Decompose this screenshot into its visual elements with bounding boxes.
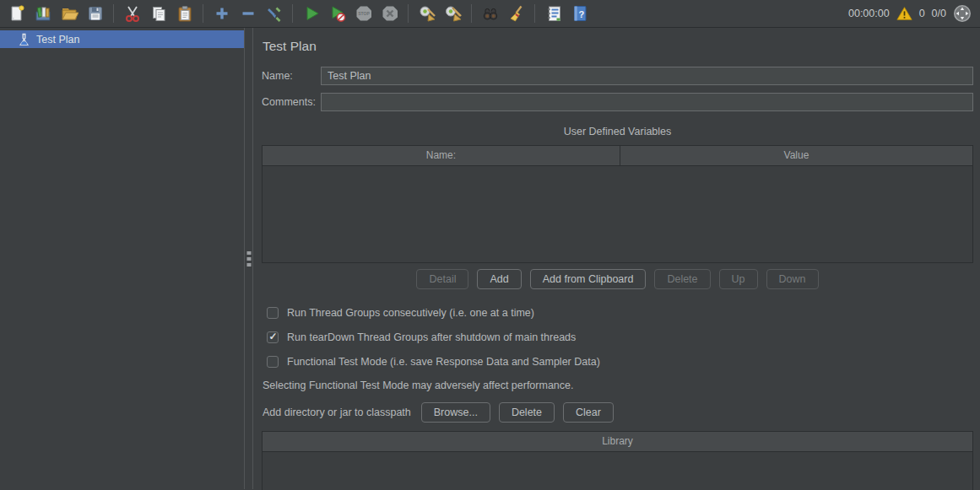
splitter-grip-icon[interactable] (246, 251, 251, 267)
sidebar-splitter[interactable] (244, 28, 253, 489)
page-title: Test Plan (263, 39, 973, 54)
name-input[interactable] (321, 67, 973, 85)
compass-icon[interactable] (953, 4, 972, 23)
classpath-row: Add directory or jar to classpath Browse… (263, 402, 973, 423)
classpath-delete-button[interactable]: Delete (499, 402, 555, 423)
udv-button-row: Detail Add Add from Clipboard Delete Up … (262, 269, 973, 289)
name-field-row: Name: (262, 67, 973, 85)
library-header: Library (263, 432, 972, 452)
stop-icon: STOP (352, 3, 375, 24)
toolbar-separator (292, 4, 293, 23)
test-plan-tree: Test Plan (0, 28, 244, 489)
error-count: 0 (919, 8, 925, 19)
toolbar-separator (203, 4, 203, 23)
toolbar-separator (471, 4, 472, 23)
clear-icon[interactable] (415, 3, 438, 24)
start-icon[interactable] (300, 3, 322, 24)
udv-table-body[interactable] (263, 166, 972, 262)
new-file-icon[interactable] (5, 3, 28, 24)
shutdown-icon (378, 3, 401, 24)
cut-icon[interactable] (121, 3, 143, 24)
run-teardown-checkbox[interactable] (267, 331, 279, 343)
reset-search-icon[interactable] (505, 3, 528, 24)
udv-table: Name: Value (262, 145, 973, 263)
active-threads: 0/0 (932, 8, 946, 19)
templates-icon[interactable] (31, 3, 54, 24)
add-from-clipboard-button[interactable]: Add from Clipboard (530, 269, 647, 289)
add-button[interactable]: Add (477, 269, 521, 289)
test-plan-panel: Test Plan Name: Comments: User Defined V… (253, 28, 980, 489)
option-run-teardown[interactable]: Run tearDown Thread Groups after shutdow… (267, 331, 973, 343)
svg-text:?: ? (578, 9, 584, 19)
library-table: Library (262, 431, 973, 490)
option-run-consecutively[interactable]: Run Thread Groups consecutively (i.e. on… (267, 306, 973, 319)
up-button[interactable]: Up (719, 269, 758, 289)
copy-icon[interactable] (147, 3, 170, 24)
tree-node-test-plan[interactable]: Test Plan (0, 30, 244, 48)
functional-mode-checkbox[interactable] (267, 356, 279, 368)
classpath-label: Add directory or jar to classpath (263, 407, 411, 418)
comments-label: Comments: (262, 96, 321, 108)
browse-button[interactable]: Browse... (421, 402, 490, 423)
udv-column-value[interactable]: Value (620, 146, 972, 165)
open-file-icon[interactable] (57, 3, 80, 24)
warning-icon[interactable] (896, 6, 912, 21)
test-plan-flask-icon (18, 33, 30, 46)
content-area: Test Plan Test Plan Name: Comments: User… (0, 28, 980, 489)
main-toolbar: STOP ? 00:00:00 0 0/0 (0, 0, 980, 28)
comments-input[interactable] (321, 93, 973, 111)
toolbar-separator (113, 4, 114, 23)
udv-table-header: Name: Value (263, 146, 972, 166)
down-button[interactable]: Down (766, 269, 819, 289)
option-label: Run tearDown Thread Groups after shutdow… (287, 331, 576, 343)
toggle-elements-icon[interactable] (263, 3, 285, 24)
comments-field-row: Comments: (262, 93, 973, 111)
clear-all-icon[interactable] (441, 3, 464, 24)
start-no-pauses-icon[interactable] (326, 3, 349, 24)
zoom-in-icon[interactable] (210, 3, 233, 24)
option-functional-mode[interactable]: Functional Test Mode (i.e. save Response… (267, 355, 973, 368)
zoom-out-icon[interactable] (236, 3, 259, 24)
toolbar-separator (534, 4, 535, 23)
paste-icon[interactable] (173, 3, 196, 24)
option-label: Functional Test Mode (i.e. save Response… (287, 356, 600, 368)
run-options: Run Thread Groups consecutively (i.e. on… (267, 306, 973, 368)
udv-title: User Defined Variables (262, 126, 973, 137)
save-icon[interactable] (84, 3, 106, 24)
tree-node-label: Test Plan (36, 34, 79, 46)
library-table-body[interactable] (263, 452, 972, 490)
elapsed-time: 00:00:00 (848, 8, 890, 19)
help-icon[interactable]: ? (568, 3, 591, 24)
classpath-clear-button[interactable]: Clear (563, 402, 614, 423)
search-icon[interactable] (479, 3, 501, 24)
detail-button[interactable]: Detail (416, 269, 468, 289)
delete-button[interactable]: Delete (654, 269, 710, 289)
option-label: Run Thread Groups consecutively (i.e. on… (287, 307, 534, 319)
toolbar-status-area: 00:00:00 0 0/0 (848, 4, 972, 23)
run-consecutively-checkbox[interactable] (267, 307, 279, 319)
svg-text:STOP: STOP (358, 11, 370, 16)
functional-mode-note: Selecting Functional Test Mode may adver… (263, 380, 973, 391)
name-label: Name: (262, 70, 321, 82)
toolbar-separator (408, 4, 409, 23)
udv-column-name[interactable]: Name: (263, 146, 620, 165)
function-helper-icon[interactable] (542, 3, 565, 24)
